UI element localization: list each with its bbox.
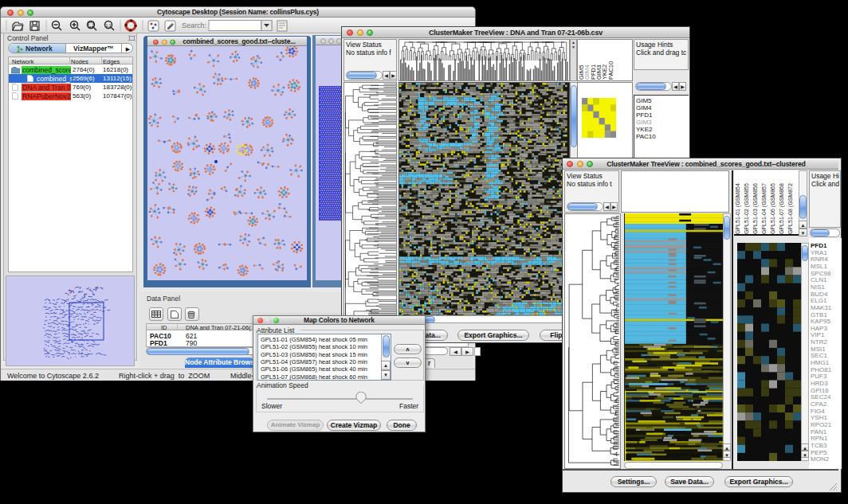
svg-text:GPL51-02 (GSM855: GPL51-02 (GSM855	[744, 183, 750, 234]
svg-text:GPL51-07 (GSM868: GPL51-07 (GSM868	[779, 183, 785, 234]
svg-text:Search:: Search:	[182, 21, 206, 29]
svg-text:PAC10: PAC10	[607, 61, 614, 80]
svg-text:GPL51-03 (GSM856: GPL51-03 (GSM856	[752, 183, 759, 234]
svg-text:1:1: 1:1	[106, 23, 112, 28]
svg-text:GPL51-06 (GSM865: GPL51-06 (GSM865	[770, 183, 776, 234]
svg-text:GPL51-04 (GSM857: GPL51-04 (GSM857	[761, 183, 768, 234]
svg-text:GPL51-01 (GSM854: GPL51-01 (GSM854	[735, 183, 741, 234]
svg-text:GPL51-08 (GSM872: GPL51-08 (GSM872	[787, 183, 794, 234]
